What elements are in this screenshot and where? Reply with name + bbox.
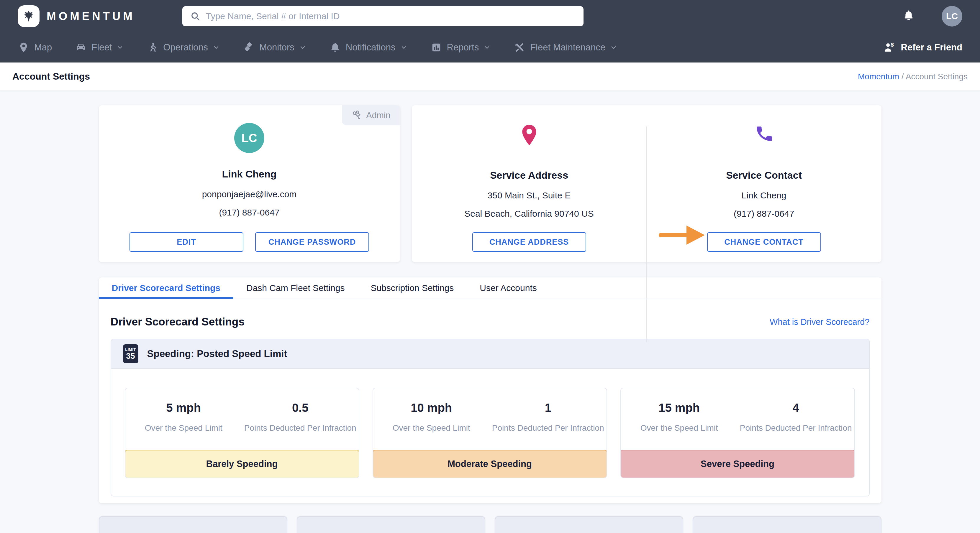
admin-role-badge: Admin xyxy=(342,105,400,125)
tab-subscription-settings[interactable]: Subscription Settings xyxy=(358,278,467,299)
metric-card-hard-braking: Hard Braking xyxy=(495,516,683,533)
change-address-button[interactable]: CHANGE ADDRESS xyxy=(472,232,586,252)
top-bar: MOMENTUM LC xyxy=(0,0,980,32)
nav-item-fleet[interactable]: Fleet xyxy=(75,41,124,53)
map-pin-icon xyxy=(18,41,30,53)
threshold-speed-label: Over the Speed Limit xyxy=(126,424,242,433)
service-address-title: Service Address xyxy=(412,170,647,181)
keys-icon xyxy=(352,110,362,121)
breadcrumb: Momentum / Account Settings xyxy=(858,72,967,81)
worker-icon xyxy=(146,41,158,53)
nav-label: Monitors xyxy=(259,42,294,53)
threshold-speed-label: Over the Speed Limit xyxy=(373,424,490,433)
edit-button[interactable]: EDIT xyxy=(129,232,243,252)
settings-card: Driver Scorecard Settings Dash Cam Fleet… xyxy=(99,278,881,503)
threshold-speed-label: Over the Speed Limit xyxy=(621,424,738,433)
nav-item-operations[interactable]: Operations xyxy=(146,41,220,53)
settings-tabs: Driver Scorecard Settings Dash Cam Fleet… xyxy=(99,278,881,299)
what-is-driver-scorecard-link[interactable]: What is Driver Scorecard? xyxy=(770,317,869,327)
diamonds-icon xyxy=(243,41,255,53)
location-pin-icon xyxy=(520,124,538,146)
threshold-card-barely: 5 mph Over the Speed Limit 0.5 Points De… xyxy=(125,388,359,478)
user-avatar[interactable]: LC xyxy=(942,6,962,27)
threshold-points: 4 xyxy=(738,401,854,414)
bell-icon xyxy=(902,9,915,22)
nav-item-fleet-maintenance[interactable]: Fleet Maintenance xyxy=(514,41,617,53)
breadcrumb-root-link[interactable]: Momentum xyxy=(858,72,899,81)
refer-friend-icon: $ xyxy=(883,41,896,54)
service-address-section: Service Address 350 Main St., Suite E Se… xyxy=(412,105,647,262)
service-address-line2: Seal Beach, California 90740 US xyxy=(412,209,647,219)
breadcrumb-current: Account Settings xyxy=(906,72,967,81)
speeding-panel-title: Speeding: Posted Speed Limit xyxy=(147,348,287,359)
nav-label: Fleet Maintenance xyxy=(530,42,605,53)
momentum-logo-icon xyxy=(18,5,40,27)
speed-limit-sign-value: 35 xyxy=(126,352,135,360)
threshold-speed: 10 mph xyxy=(373,401,490,414)
section-title: Driver Scorecard Settings xyxy=(111,316,245,328)
nav-item-notifications[interactable]: Notifications xyxy=(329,41,407,53)
refer-label: Refer a Friend xyxy=(901,42,962,53)
severity-banner-2: Severe Speeding xyxy=(620,450,855,478)
profile-phone: (917) 887-0647 xyxy=(99,208,400,217)
speeding-panel-header: LIMIT 35 Speeding: Posted Speed Limit xyxy=(111,339,869,369)
admin-badge-label: Admin xyxy=(366,111,390,120)
notifications-bell-button[interactable] xyxy=(902,9,915,23)
threshold-card-moderate: 10 mph Over the Speed Limit 1 Points Ded… xyxy=(372,388,607,478)
chevron-down-icon xyxy=(610,44,617,51)
main-nav: Map Fleet Operations Monitors Notificati… xyxy=(0,32,980,62)
threshold-points-label: Points Deducted Per Infraction xyxy=(738,424,854,433)
car-icon xyxy=(75,41,87,53)
service-card: Service Address 350 Main St., Suite E Se… xyxy=(412,105,881,262)
brand-name: MOMENTUM xyxy=(47,10,135,23)
profile-avatar: LC xyxy=(234,123,264,153)
breadcrumb-separator: / xyxy=(899,72,906,81)
svg-text:$: $ xyxy=(891,41,894,48)
threshold-points: 0.5 xyxy=(242,401,359,414)
nav-item-map[interactable]: Map xyxy=(18,41,52,53)
metric-card-fast-cornering: Fast Cornering xyxy=(693,516,881,533)
service-address-line1: 350 Main St., Suite E xyxy=(412,190,647,200)
bell-icon xyxy=(329,41,341,53)
refer-a-friend-button[interactable]: $ Refer a Friend xyxy=(883,41,962,54)
nav-label: Map xyxy=(34,42,52,53)
profile-card: Admin LC Link Cheng ponponjaejae@live.co… xyxy=(99,105,400,262)
phone-icon xyxy=(754,124,774,143)
tab-driver-scorecard-settings[interactable]: Driver Scorecard Settings xyxy=(99,278,233,299)
change-contact-button[interactable]: CHANGE CONTACT xyxy=(707,232,821,252)
search-icon xyxy=(190,11,200,22)
chevron-down-icon xyxy=(299,44,306,51)
nav-label: Notifications xyxy=(346,42,396,53)
threshold-speed: 5 mph xyxy=(126,401,242,414)
nav-label: Fleet xyxy=(91,42,112,53)
tab-user-accounts[interactable]: User Accounts xyxy=(467,278,550,299)
tools-icon xyxy=(514,41,525,53)
search-input[interactable] xyxy=(206,11,576,21)
brand[interactable]: MOMENTUM xyxy=(18,5,135,27)
change-password-button[interactable]: CHANGE PASSWORD xyxy=(255,232,369,252)
severity-banner-1: Moderate Speeding xyxy=(372,450,607,478)
tab-dash-cam-fleet-settings[interactable]: Dash Cam Fleet Settings xyxy=(233,278,358,299)
vertical-divider xyxy=(646,127,647,342)
threshold-points-label: Points Deducted Per Infraction xyxy=(490,424,606,433)
chevron-down-icon xyxy=(484,44,491,51)
severity-banner-0: Barely Speeding xyxy=(125,450,359,478)
threshold-card-severe: 15 mph Over the Speed Limit 4 Points Ded… xyxy=(620,388,855,478)
threshold-points-label: Points Deducted Per Infraction xyxy=(242,424,359,433)
bar-chart-icon xyxy=(430,41,442,53)
service-contact-phone: (917) 887-0647 xyxy=(647,209,881,219)
service-contact-title: Service Contact xyxy=(647,170,881,181)
speeding-panel: LIMIT 35 Speeding: Posted Speed Limit 5 … xyxy=(111,339,870,497)
page-header: Account Settings Momentum / Account Sett… xyxy=(0,62,980,91)
global-search[interactable] xyxy=(182,6,584,26)
profile-name: Link Cheng xyxy=(99,168,400,180)
chevron-down-icon xyxy=(400,44,407,51)
chevron-down-icon xyxy=(116,44,124,51)
nav-label: Operations xyxy=(163,42,208,53)
threshold-points: 1 xyxy=(490,401,606,414)
threshold-speed: 15 mph xyxy=(621,401,738,414)
metric-card-aggressive-acceleration: Aggressive Acceleration xyxy=(297,516,485,533)
annotation-arrow-icon xyxy=(658,221,705,249)
nav-item-monitors[interactable]: Monitors xyxy=(243,41,306,53)
nav-item-reports[interactable]: Reports xyxy=(430,41,491,53)
